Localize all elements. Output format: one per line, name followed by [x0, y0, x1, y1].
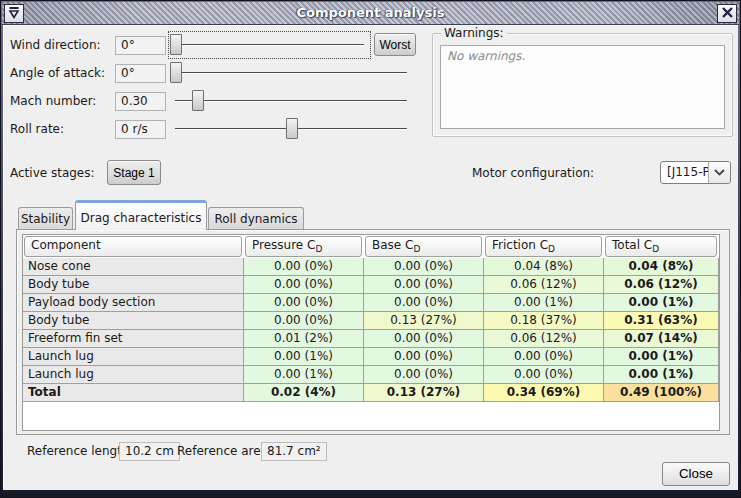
pressure-cell: 0.00 (0%) — [244, 258, 364, 276]
warnings-title: Warnings: — [441, 26, 507, 41]
roll-rate-slider-thumb[interactable] — [286, 118, 298, 139]
header-pressure-cd[interactable]: Pressure CD — [245, 236, 362, 257]
component-cell: Freeform fin set — [23, 330, 244, 348]
friction-cell: 0.00 (0%) — [484, 366, 604, 384]
drag-characteristics-panel: Component Pressure CD Base CD Friction C… — [16, 229, 730, 435]
title-bar[interactable]: Component analysis — [2, 2, 739, 25]
component-cell: Launch lug — [23, 348, 244, 366]
angle-of-attack-slider-thumb[interactable] — [170, 62, 182, 83]
component-analysis-dialog: Component analysis Wind direction: 0° Wo… — [0, 0, 741, 498]
pressure-cell: 0.00 (0%) — [244, 294, 364, 312]
roll-rate-slider[interactable] — [170, 117, 412, 141]
friction-cell: 0.06 (12%) — [484, 276, 604, 294]
tab-stability[interactable]: Stability — [18, 207, 73, 230]
table-row: Launch lug 0.00 (1%) 0.00 (0%) 0.00 (0%)… — [23, 366, 719, 384]
wind-direction-slider[interactable] — [170, 33, 369, 57]
angle-of-attack-label: Angle of attack: — [10, 64, 105, 83]
component-cell: Total — [23, 384, 244, 402]
total-cell: 0.00 (1%) — [604, 366, 719, 384]
reference-area-value: 81.7 cm² — [261, 442, 327, 461]
total-cell: 0.06 (12%) — [604, 276, 719, 294]
base-cell: 0.00 (0%) — [364, 330, 484, 348]
tab-roll-dynamics[interactable]: Roll dynamics — [208, 207, 304, 230]
friction-cell: 0.06 (12%) — [484, 330, 604, 348]
angle-of-attack-field[interactable]: 0° — [115, 64, 166, 83]
motor-configuration-label: Motor configuration: — [472, 162, 594, 185]
base-cell: 0.13 (27%) — [364, 384, 484, 402]
component-cell: Payload body section — [23, 294, 244, 312]
component-cell: Body tube — [23, 312, 244, 330]
mach-number-field[interactable]: 0.30 — [115, 92, 166, 111]
roll-rate-field[interactable]: 0 r/s — [115, 120, 166, 139]
mach-number-slider[interactable] — [170, 89, 412, 113]
close-icon — [721, 6, 734, 22]
reference-length-label: Reference length: — [27, 442, 134, 461]
friction-cell: 0.04 (8%) — [484, 258, 604, 276]
base-cell: 0.00 (0%) — [364, 294, 484, 312]
component-cell: Body tube — [23, 276, 244, 294]
pressure-cell: 0.00 (0%) — [244, 276, 364, 294]
wind-direction-slider-thumb[interactable] — [170, 34, 182, 55]
friction-cell: 0.00 (0%) — [484, 348, 604, 366]
base-cell: 0.13 (27%) — [364, 312, 484, 330]
base-cell: 0.00 (0%) — [364, 366, 484, 384]
pressure-cell: 0.00 (0%) — [244, 312, 364, 330]
total-cell: 0.07 (14%) — [604, 330, 719, 348]
pressure-cell: 0.02 (4%) — [244, 384, 364, 402]
warnings-panel: Warnings: No warnings. — [432, 33, 733, 137]
pressure-cell: 0.00 (1%) — [244, 366, 364, 384]
header-total-cd[interactable]: Total CD — [605, 236, 717, 257]
total-cell: 0.49 (100%) — [604, 384, 719, 402]
slider-track — [175, 100, 407, 102]
component-cell: Launch lug — [23, 366, 244, 384]
drag-table-header-row: Component Pressure CD Base CD Friction C… — [23, 235, 719, 258]
base-cell: 0.00 (0%) — [364, 348, 484, 366]
total-cell: 0.00 (1%) — [604, 348, 719, 366]
table-row: Nose cone 0.00 (0%) 0.00 (0%) 0.04 (8%) … — [23, 258, 719, 276]
mach-number-label: Mach number: — [10, 92, 96, 111]
table-row: Payload body section 0.00 (0%) 0.00 (0%)… — [23, 294, 719, 312]
header-base-cd[interactable]: Base CD — [365, 236, 482, 257]
header-component[interactable]: Component — [24, 236, 242, 257]
slider-track — [175, 44, 364, 46]
base-cell: 0.00 (0%) — [364, 276, 484, 294]
chevron-down-icon[interactable] — [708, 162, 730, 183]
table-row: Freeform fin set 0.01 (2%) 0.00 (0%) 0.0… — [23, 330, 719, 348]
close-button[interactable]: Close — [662, 462, 730, 486]
active-stages-label: Active stages: — [10, 162, 95, 185]
tab-drag-characteristics[interactable]: Drag characteristics — [75, 200, 207, 230]
drag-table-scrollpane[interactable]: Component Pressure CD Base CD Friction C… — [22, 234, 720, 431]
total-cell: 0.31 (63%) — [604, 312, 719, 330]
friction-cell: 0.34 (69%) — [484, 384, 604, 402]
reference-area-label: Reference area: — [177, 442, 272, 461]
header-friction-cd[interactable]: Friction CD — [485, 236, 602, 257]
total-cell: 0.04 (8%) — [604, 258, 719, 276]
friction-cell: 0.18 (37%) — [484, 312, 604, 330]
worst-button[interactable]: Worst — [374, 33, 416, 56]
stage-1-toggle-button[interactable]: Stage 1 — [107, 160, 161, 185]
window-title: Component analysis — [2, 5, 739, 20]
table-row: Launch lug 0.00 (1%) 0.00 (0%) 0.00 (0%)… — [23, 348, 719, 366]
reference-length-value: 10.2 cm — [119, 442, 180, 461]
angle-of-attack-slider[interactable] — [170, 61, 412, 85]
base-cell: 0.00 (0%) — [364, 258, 484, 276]
wind-direction-field[interactable]: 0° — [115, 36, 166, 55]
table-row: Body tube 0.00 (0%) 0.13 (27%) 0.18 (37%… — [23, 312, 719, 330]
pressure-cell: 0.01 (2%) — [244, 330, 364, 348]
component-cell: Nose cone — [23, 258, 244, 276]
dialog-content: Wind direction: 0° Worst Angle of attack… — [3, 25, 738, 490]
pressure-cell: 0.00 (1%) — [244, 348, 364, 366]
motor-configuration-select[interactable]: [J115-P] — [660, 161, 731, 184]
warnings-list: No warnings. — [440, 45, 725, 129]
wind-direction-label: Wind direction: — [10, 36, 101, 55]
roll-rate-label: Roll rate: — [10, 120, 64, 139]
table-row: Body tube 0.00 (0%) 0.00 (0%) 0.06 (12%)… — [23, 276, 719, 294]
total-cell: 0.00 (1%) — [604, 294, 719, 312]
table-total-row: Total 0.02 (4%) 0.13 (27%) 0.34 (69%) 0.… — [23, 384, 719, 402]
mach-number-slider-thumb[interactable] — [192, 90, 204, 111]
friction-cell: 0.00 (1%) — [484, 294, 604, 312]
window-close-button[interactable] — [717, 4, 737, 23]
slider-track — [175, 72, 407, 74]
